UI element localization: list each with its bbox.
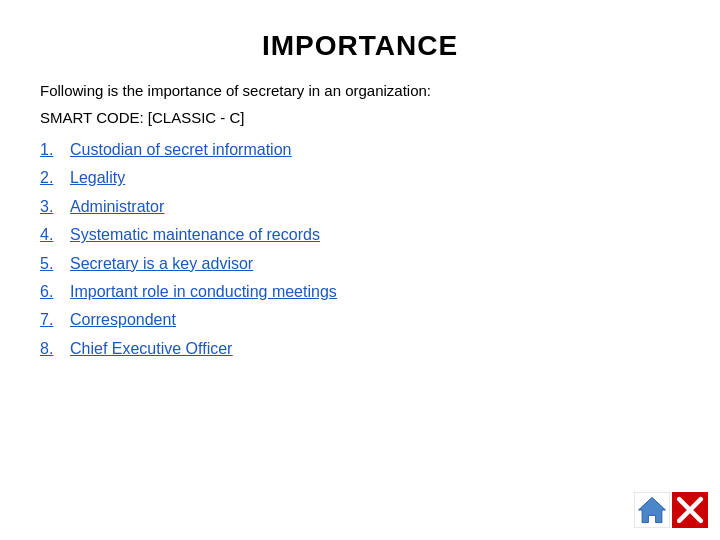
list-item: 5.Secretary is a key advisor	[40, 251, 680, 277]
list-number: 4.	[40, 222, 70, 248]
list-number: 1.	[40, 137, 70, 163]
slide-container: IMPORTANCE Following is the importance o…	[0, 0, 720, 540]
list-item: 2.Legality	[40, 165, 680, 191]
smart-code-text: SMART CODE: [CLASSIC - C]	[40, 107, 680, 130]
home-icon[interactable]	[634, 492, 670, 528]
importance-list: 1.Custodian of secret information2.Legal…	[40, 137, 680, 362]
nav-icons	[634, 492, 708, 528]
list-item: 3.Administrator	[40, 194, 680, 220]
list-item: 1.Custodian of secret information	[40, 137, 680, 163]
list-number: 7.	[40, 307, 70, 333]
list-number: 5.	[40, 251, 70, 277]
list-item-text[interactable]: Systematic maintenance of records	[70, 222, 320, 248]
list-item-text[interactable]: Important role in conducting meetings	[70, 279, 337, 305]
list-item-text[interactable]: Legality	[70, 165, 125, 191]
list-item-text[interactable]: Administrator	[70, 194, 164, 220]
list-item-text[interactable]: Custodian of secret information	[70, 137, 291, 163]
list-item: 4.Systematic maintenance of records	[40, 222, 680, 248]
page-title: IMPORTANCE	[40, 30, 680, 62]
list-number: 2.	[40, 165, 70, 191]
list-number: 6.	[40, 279, 70, 305]
list-item-text[interactable]: Secretary is a key advisor	[70, 251, 253, 277]
close-icon[interactable]	[672, 492, 708, 528]
list-item: 8.Chief Executive Officer	[40, 336, 680, 362]
list-item-text[interactable]: Correspondent	[70, 307, 176, 333]
list-item: 7.Correspondent	[40, 307, 680, 333]
list-item-text[interactable]: Chief Executive Officer	[70, 336, 232, 362]
list-number: 8.	[40, 336, 70, 362]
list-item: 6.Important role in conducting meetings	[40, 279, 680, 305]
list-number: 3.	[40, 194, 70, 220]
intro-text: Following is the importance of secretary…	[40, 80, 680, 103]
